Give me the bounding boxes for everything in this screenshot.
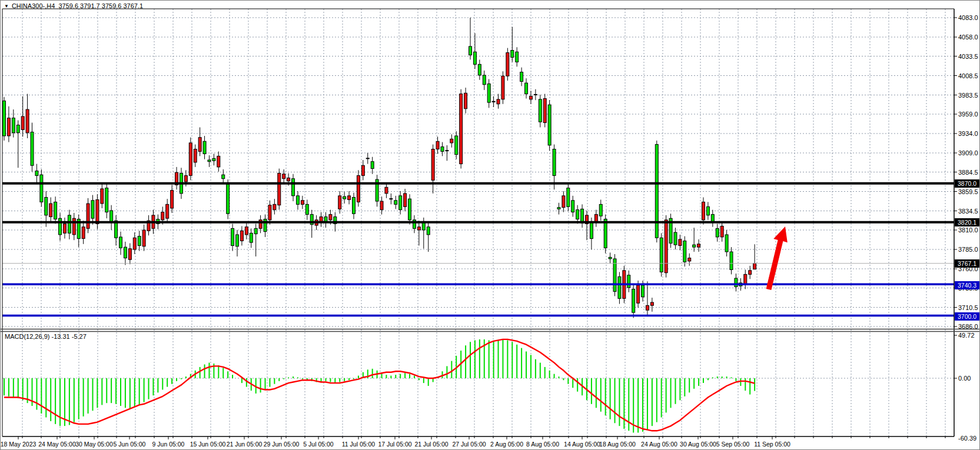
svg-text:8 Aug 05:00: 8 Aug 05:00	[526, 441, 559, 448]
svg-text:21 Jun 05:00: 21 Jun 05:00	[227, 441, 263, 448]
svg-text:9 Jun 05:00: 9 Jun 05:00	[152, 441, 185, 448]
svg-text:4008.5: 4008.5	[958, 72, 978, 79]
trend-arrow-icon	[766, 226, 788, 290]
svg-text:49.72: 49.72	[958, 332, 975, 339]
svg-text:24 May 05:00: 24 May 05:00	[38, 441, 76, 448]
svg-text:4058.0: 4058.0	[958, 34, 978, 41]
svg-text:21 Jul 05:00: 21 Jul 05:00	[414, 441, 448, 448]
chart-canvas[interactable]: 4083.04058.04033.54008.53983.53959.03934…	[1, 1, 980, 450]
svg-text:3834.5: 3834.5	[958, 208, 978, 215]
svg-text:3810.0: 3810.0	[958, 226, 978, 234]
symbol-ohlc-text: CHINA300-,H4 3759.6 3791.7 3759.6 3767.1	[12, 2, 143, 9]
svg-text:3909.0: 3909.0	[958, 149, 978, 156]
candles	[3, 18, 756, 318]
svg-text:3870.0: 3870.0	[958, 180, 976, 187]
svg-text:0.00: 0.00	[958, 375, 971, 382]
svg-text:5 Jun 05:00: 5 Jun 05:00	[114, 441, 146, 448]
svg-text:3767.1: 3767.1	[958, 260, 976, 267]
symbol-title: ▼CHINA300-,H4 3759.6 3791.7 3759.6 3767.…	[4, 2, 143, 10]
svg-text:15 Jun 05:00: 15 Jun 05:00	[190, 441, 226, 448]
svg-text:18 May 2023: 18 May 2023	[1, 441, 36, 448]
svg-text:27 Jul 05:00: 27 Jul 05:00	[452, 441, 486, 448]
svg-text:4083.0: 4083.0	[958, 14, 978, 21]
svg-text:3700.0: 3700.0	[958, 313, 976, 320]
macd-scale: 49.720.00-60.39	[954, 332, 976, 442]
svg-text:18 Aug 05:00: 18 Aug 05:00	[599, 441, 636, 448]
level-lines	[2, 184, 954, 316]
svg-text:3740.3: 3740.3	[958, 282, 976, 289]
svg-text:24 Aug 05:00: 24 Aug 05:00	[641, 441, 677, 448]
svg-text:3983.5: 3983.5	[958, 92, 978, 99]
svg-text:3934.0: 3934.0	[958, 130, 978, 137]
svg-text:3859.5: 3859.5	[958, 188, 978, 195]
svg-text:-60.39: -60.39	[958, 435, 976, 442]
symbol-dropdown-icon[interactable]: ▼	[4, 4, 9, 9]
svg-text:2 Aug 05:00: 2 Aug 05:00	[490, 441, 523, 448]
svg-text:3710.5: 3710.5	[958, 304, 978, 311]
svg-text:30 Aug 05:00: 30 Aug 05:00	[680, 441, 716, 448]
macd-indicator-label: MACD(12,26,9) -13.31 -5.27	[5, 333, 87, 340]
svg-text:29 Jun 05:00: 29 Jun 05:00	[264, 441, 300, 448]
svg-text:3884.5: 3884.5	[958, 169, 978, 176]
svg-text:4033.5: 4033.5	[958, 53, 978, 60]
svg-text:3820.1: 3820.1	[958, 219, 976, 226]
svg-text:5 Jul 05:00: 5 Jul 05:00	[303, 441, 334, 448]
svg-text:17 Jul 05:00: 17 Jul 05:00	[378, 441, 411, 448]
svg-text:11 Sep 05:00: 11 Sep 05:00	[754, 441, 790, 448]
svg-text:14 Aug 05:00: 14 Aug 05:00	[564, 441, 600, 448]
svg-text:3686.0: 3686.0	[958, 323, 978, 330]
svg-text:3959.0: 3959.0	[958, 111, 978, 118]
svg-text:3785.0: 3785.0	[958, 246, 978, 253]
chart-window: ▼CHINA300-,H4 3759.6 3791.7 3759.6 3767.…	[0, 0, 980, 450]
svg-text:5 Sep 05:00: 5 Sep 05:00	[716, 441, 750, 448]
svg-text:30 May 05:00: 30 May 05:00	[75, 441, 113, 448]
date-scale: 18 May 202324 May 05:0030 May 05:005 Jun…	[1, 436, 945, 448]
svg-text:11 Jul 05:00: 11 Jul 05:00	[342, 441, 376, 448]
